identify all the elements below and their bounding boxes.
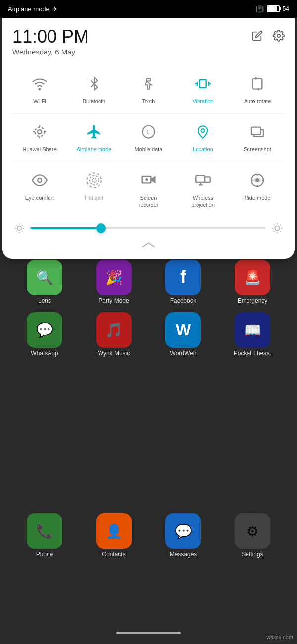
svg-line-52: [274, 231, 274, 232]
location-label: Location: [193, 146, 213, 153]
toggle-wifi[interactable]: Wi-Fi: [12, 68, 67, 109]
dock-contacts[interactable]: 👤 Contacts: [89, 513, 139, 558]
time-block: 11:00 PM Wednesday, 6 May: [12, 28, 89, 56]
bluetooth-label: Bluetooth: [83, 98, 105, 105]
collapse-handle[interactable]: [12, 238, 285, 251]
torch-icon: [138, 73, 159, 95]
toggle-bluetooth[interactable]: Bluetooth: [67, 68, 121, 109]
svg-marker-24: [151, 177, 155, 182]
airplane-status-icon: ✈: [52, 5, 58, 13]
svg-rect-27: [205, 177, 210, 182]
svg-line-39: [16, 225, 17, 226]
app-emergency-icon: 🚨: [235, 260, 270, 295]
toggle-airplane[interactable]: Airplane mode: [67, 116, 121, 158]
app-emergency[interactable]: 🚨 Emergency: [228, 260, 277, 304]
torch-label: Torch: [142, 98, 155, 105]
toggle-auto-rotate[interactable]: Auto-rotate: [230, 68, 285, 109]
auto-rotate-label: Auto-rotate: [244, 98, 271, 105]
huawei-share-label: Huawei Share: [22, 146, 56, 153]
toggle-row-3: Eye comfort Hotspot Screen r: [12, 164, 285, 214]
toggle-huawei-share[interactable]: Huawei Share: [12, 116, 67, 158]
app-whatsapp[interactable]: 💬 WhatsApp: [20, 312, 69, 357]
app-pocket-icon: 📖: [235, 312, 270, 348]
brightness-thumb[interactable]: [96, 223, 106, 233]
svg-point-17: [201, 129, 205, 132]
screen-recorder-icon: [138, 169, 159, 191]
toggle-vibration[interactable]: Vibration: [176, 68, 230, 109]
brightness-fill: [30, 227, 101, 229]
toggle-eye-comfort[interactable]: Eye comfort: [12, 164, 67, 214]
toggle-location[interactable]: Location: [176, 116, 230, 158]
svg-point-1: [39, 88, 41, 90]
app-wynk-icon: 🎵: [96, 312, 132, 348]
app-facebook[interactable]: f Facebook: [158, 260, 208, 304]
home-indicator[interactable]: [116, 632, 181, 634]
toggle-hotspot[interactable]: Hotspot: [67, 164, 121, 214]
svg-point-36: [17, 226, 21, 230]
brightness-min-icon: [14, 223, 24, 233]
svg-rect-2: [147, 78, 151, 81]
clock-time: 11:00 PM: [12, 28, 89, 46]
dock-settings[interactable]: ⚙ Settings: [228, 513, 277, 558]
auto-rotate-icon: [247, 73, 268, 95]
svg-line-49: [280, 231, 281, 232]
settings-icon[interactable]: [273, 30, 285, 42]
dock-row: 📞 Phone 👤 Contacts 💬 Messages ⚙ Settings: [0, 509, 297, 562]
huawei-share-icon: [29, 121, 50, 143]
toggle-mobile-data[interactable]: 1 Mobile data: [121, 116, 176, 158]
wifi-icon: [29, 73, 50, 95]
dock-messages-label: Messages: [170, 551, 197, 558]
wifi-label: Wi-Fi: [33, 98, 46, 105]
app-party-label: Party Mode: [99, 297, 129, 304]
svg-point-10: [35, 127, 45, 137]
toggle-torch[interactable]: Torch: [121, 68, 176, 109]
edit-icon[interactable]: [252, 30, 263, 41]
mobile-data-icon: 1: [138, 121, 159, 143]
toggle-screen-recorder[interactable]: Screen recorder: [121, 164, 176, 214]
app-facebook-icon: f: [165, 260, 201, 295]
dock-messages[interactable]: 💬 Messages: [158, 513, 208, 558]
app-row-1: 🔍 Lens 🎉 Party Mode f Facebook 🚨 Emergen…: [0, 256, 297, 308]
svg-point-0: [277, 34, 280, 37]
bluetooth-icon: [83, 73, 105, 95]
dock-phone-icon: 📞: [27, 513, 62, 549]
brightness-slider[interactable]: [30, 227, 266, 229]
ride-mode-label: Ride mode: [244, 194, 270, 201]
eye-comfort-label: Eye comfort: [25, 194, 54, 201]
vibrate-icon: 📳: [256, 5, 264, 13]
app-emergency-label: Emergency: [238, 297, 268, 304]
app-wordweb[interactable]: W WordWeb: [158, 312, 208, 357]
hotspot-label: Hotspot: [85, 194, 103, 201]
wireless-projection-label: Wireless projection: [191, 194, 215, 209]
airplane-mode-label: Airplane mode: [8, 5, 50, 13]
app-lens[interactable]: 🔍 Lens: [20, 260, 69, 304]
app-wordweb-icon: W: [165, 312, 201, 348]
toggle-ride-mode[interactable]: Ride mode: [230, 164, 285, 214]
toggle-row-2: Huawei Share Airplane mode 1 Mobile data: [12, 116, 285, 158]
ride-mode-icon: [247, 169, 268, 191]
status-bar-left: Airplane mode ✈: [8, 5, 58, 13]
dock-contacts-icon: 👤: [96, 513, 132, 549]
svg-point-19: [38, 178, 42, 182]
screenshot-icon: [247, 121, 268, 143]
svg-point-45: [275, 226, 279, 231]
dock-settings-label: Settings: [242, 551, 263, 558]
svg-line-40: [22, 231, 22, 231]
app-pocket[interactable]: 📖 Pocket Thesa.: [228, 312, 277, 357]
toggle-screenshot[interactable]: Screenshot: [230, 116, 285, 158]
app-wynk[interactable]: 🎵 Wynk Music: [89, 312, 139, 357]
location-icon: [192, 121, 214, 143]
app-pocket-label: Pocket Thesa.: [234, 350, 272, 357]
clock-date: Wednesday, 6 May: [12, 48, 89, 56]
eye-comfort-icon: [29, 169, 50, 191]
dock-contacts-label: Contacts: [102, 551, 125, 558]
dock-phone[interactable]: 📞 Phone: [20, 513, 69, 558]
brightness-max-icon: [272, 223, 283, 234]
app-wynk-label: Wynk Music: [98, 350, 130, 357]
app-lens-label: Lens: [38, 297, 51, 304]
panel-header: 11:00 PM Wednesday, 6 May: [12, 28, 285, 56]
battery-percent: 54: [283, 5, 289, 12]
status-bar-right: 📳 54: [256, 5, 289, 13]
toggle-wireless-projection[interactable]: Wireless projection: [176, 164, 230, 214]
app-party-mode[interactable]: 🎉 Party Mode: [89, 260, 139, 304]
